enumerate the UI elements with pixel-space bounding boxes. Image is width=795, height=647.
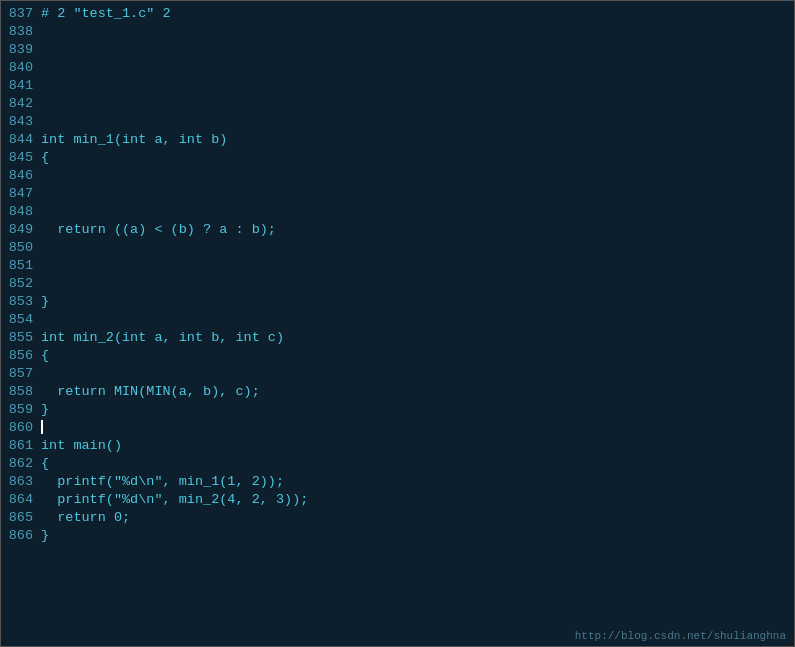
line-number: 862	[1, 455, 39, 473]
line-content: }	[39, 401, 49, 419]
line-number: 852	[1, 275, 39, 293]
code-line: 864 printf("%d\n", min_2(4, 2, 3));	[1, 491, 794, 509]
line-number: 849	[1, 221, 39, 239]
code-line: 839	[1, 41, 794, 59]
line-content: {	[39, 149, 49, 167]
line-content: printf("%d\n", min_2(4, 2, 3));	[39, 491, 308, 509]
line-number: 838	[1, 23, 39, 41]
line-number: 856	[1, 347, 39, 365]
line-number: 857	[1, 365, 39, 383]
line-number: 844	[1, 131, 39, 149]
text-cursor	[41, 420, 43, 434]
line-number: 853	[1, 293, 39, 311]
line-number: 859	[1, 401, 39, 419]
line-content: return MIN(MIN(a, b), c);	[39, 383, 260, 401]
line-number: 860	[1, 419, 39, 437]
line-number: 848	[1, 203, 39, 221]
line-content: {	[39, 347, 49, 365]
line-number: 843	[1, 113, 39, 131]
line-number: 837	[1, 5, 39, 23]
code-line: 856{	[1, 347, 794, 365]
code-line: 851	[1, 257, 794, 275]
code-line: 859}	[1, 401, 794, 419]
line-number: 866	[1, 527, 39, 545]
code-line: 857	[1, 365, 794, 383]
line-content: }	[39, 527, 49, 545]
line-number: 855	[1, 329, 39, 347]
line-number: 850	[1, 239, 39, 257]
code-line: 846	[1, 167, 794, 185]
line-number: 840	[1, 59, 39, 77]
code-line: 842	[1, 95, 794, 113]
line-content	[39, 419, 43, 437]
code-line: 843	[1, 113, 794, 131]
line-content: # 2 "test_1.c" 2	[39, 5, 171, 23]
line-number: 841	[1, 77, 39, 95]
line-content: {	[39, 455, 49, 473]
code-line: 848	[1, 203, 794, 221]
line-content: int min_2(int a, int b, int c)	[39, 329, 284, 347]
line-number: 865	[1, 509, 39, 527]
code-line: 866}	[1, 527, 794, 545]
statusbar: http://blog.csdn.net/shulianghna	[567, 626, 794, 646]
line-number: 842	[1, 95, 39, 113]
code-line: 840	[1, 59, 794, 77]
code-area[interactable]: 837# 2 "test_1.c" 2838839840841842843844…	[1, 1, 794, 622]
code-line: 853}	[1, 293, 794, 311]
code-line: 847	[1, 185, 794, 203]
code-line: 852	[1, 275, 794, 293]
line-number: 854	[1, 311, 39, 329]
line-number: 863	[1, 473, 39, 491]
code-line: 863 printf("%d\n", min_1(1, 2));	[1, 473, 794, 491]
code-line: 850	[1, 239, 794, 257]
line-content: printf("%d\n", min_1(1, 2));	[39, 473, 284, 491]
line-content: return ((a) < (b) ? a : b);	[39, 221, 276, 239]
line-content: return 0;	[39, 509, 130, 527]
code-line: 861int main()	[1, 437, 794, 455]
code-line: 845{	[1, 149, 794, 167]
line-content: }	[39, 293, 49, 311]
code-line: 862{	[1, 455, 794, 473]
code-line: 854	[1, 311, 794, 329]
code-line: 838	[1, 23, 794, 41]
line-number: 839	[1, 41, 39, 59]
code-line: 844int min_1(int a, int b)	[1, 131, 794, 149]
code-line: 841	[1, 77, 794, 95]
code-line: 865 return 0;	[1, 509, 794, 527]
code-line: 858 return MIN(MIN(a, b), c);	[1, 383, 794, 401]
code-line: 849 return ((a) < (b) ? a : b);	[1, 221, 794, 239]
line-number: 851	[1, 257, 39, 275]
code-line: 837# 2 "test_1.c" 2	[1, 5, 794, 23]
line-content: int main()	[39, 437, 122, 455]
line-number: 864	[1, 491, 39, 509]
line-number: 846	[1, 167, 39, 185]
editor-window: 837# 2 "test_1.c" 2838839840841842843844…	[0, 0, 795, 647]
line-number: 858	[1, 383, 39, 401]
line-number: 845	[1, 149, 39, 167]
line-number: 861	[1, 437, 39, 455]
line-number: 847	[1, 185, 39, 203]
line-content: int min_1(int a, int b)	[39, 131, 227, 149]
code-line: 860	[1, 419, 794, 437]
code-line: 855int min_2(int a, int b, int c)	[1, 329, 794, 347]
